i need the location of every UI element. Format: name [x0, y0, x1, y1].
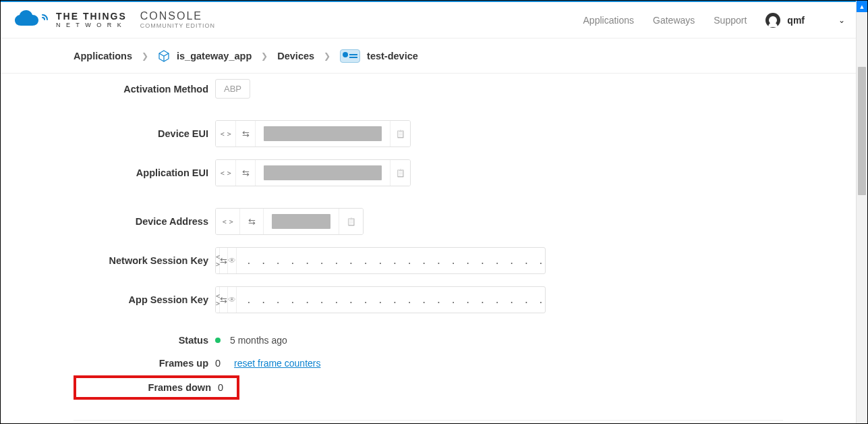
reset-frame-counters-link[interactable]: reset frame counters — [234, 358, 320, 369]
status-label: Status — [74, 335, 215, 346]
brand-line1: THE THINGS — [56, 11, 127, 21]
divider — [74, 420, 783, 421]
console-text: CONSOLE COMMUNITY EDITION — [140, 11, 215, 29]
logo-cloud-icon — [11, 9, 49, 31]
device-form: Activation Method ABP Device EUI — [74, 74, 783, 421]
top-nav: THE THINGS N E T W O R K CONSOLE COMMUNI… — [1, 1, 856, 38]
copy-icon[interactable] — [339, 209, 363, 234]
app-session-key-label: App Session Key — [74, 294, 215, 305]
activation-method-value: ABP — [215, 79, 250, 99]
scrollbar-thumb[interactable] — [858, 67, 866, 195]
copy-icon[interactable] — [390, 121, 410, 147]
frames-up-label: Frames up — [74, 358, 215, 369]
device-address-box — [215, 208, 364, 235]
app-icon — [158, 50, 170, 62]
frames-down-value: 0 — [218, 382, 223, 393]
application-eui-value — [264, 165, 382, 180]
device-address-label: Device Address — [74, 216, 215, 227]
crumb-devices[interactable]: Devices — [277, 51, 314, 61]
device-eui-label: Device EUI — [74, 128, 215, 139]
frames-down-label: Frames down — [82, 382, 218, 393]
console-line1: CONSOLE — [140, 11, 215, 22]
username: qmf — [787, 15, 805, 26]
nav-applications[interactable]: Applications — [583, 15, 635, 26]
chevron-right-icon: ❯ — [261, 51, 268, 61]
app-session-key-value: . . . . . . . . . . . . . . . . . . . . … — [237, 295, 546, 305]
scroll-up-icon[interactable]: ▲ — [857, 1, 867, 12]
byte-swap-icon[interactable] — [220, 287, 228, 313]
scrollbar[interactable]: ▲ — [856, 1, 867, 423]
device-icon — [340, 49, 360, 63]
nwk-session-key-label: Network Session Key — [74, 255, 215, 266]
nav-support[interactable]: Support — [714, 15, 747, 26]
reveal-icon[interactable] — [228, 287, 237, 313]
device-address-value — [272, 214, 330, 229]
brand-line2: N E T W O R K — [56, 22, 127, 28]
nwk-session-key-value: . . . . . . . . . . . . . . . . . . . . … — [237, 256, 546, 266]
byte-swap-icon[interactable] — [236, 160, 256, 186]
breadcrumb: Applications ❯ is_gateway_app ❯ Devices … — [1, 38, 856, 74]
nav-gateways[interactable]: Gateways — [653, 15, 695, 26]
device-eui-value — [264, 126, 382, 141]
crumb-app-name[interactable]: is_gateway_app — [177, 51, 252, 61]
byte-swap-icon[interactable] — [220, 248, 228, 273]
byte-swap-icon[interactable] — [236, 121, 256, 147]
frames-up-value: 0 — [215, 358, 221, 369]
activation-method-label: Activation Method — [74, 84, 215, 95]
status-value: 5 months ago — [230, 335, 287, 346]
brand-text: THE THINGS N E T W O R K — [56, 11, 127, 28]
chevron-down-icon: ⌄ — [838, 16, 845, 25]
reveal-icon[interactable] — [228, 248, 237, 273]
nwk-session-key-box: . . . . . . . . . . . . . . . . . . . . … — [215, 247, 546, 274]
chevron-right-icon: ❯ — [142, 51, 148, 61]
console-line2: COMMUNITY EDITION — [140, 23, 215, 29]
chevron-right-icon: ❯ — [324, 51, 330, 61]
byte-swap-icon[interactable] — [240, 209, 264, 234]
avatar-icon — [765, 13, 780, 28]
status-dot-icon — [215, 338, 221, 343]
toggle-hex-icon[interactable] — [216, 209, 240, 234]
app-session-key-box: . . . . . . . . . . . . . . . . . . . . … — [215, 286, 546, 313]
device-eui-box — [215, 120, 411, 147]
toggle-hex-icon[interactable] — [216, 160, 236, 186]
application-eui-label: Application EUI — [74, 167, 215, 178]
toggle-hex-icon[interactable] — [216, 121, 236, 147]
nav-user-menu[interactable]: qmf ⌄ — [765, 13, 845, 28]
application-eui-box — [215, 159, 411, 186]
copy-icon[interactable] — [390, 160, 410, 186]
frames-down-highlight: Frames down 0 — [74, 375, 239, 400]
crumb-applications[interactable]: Applications — [74, 51, 132, 61]
crumb-device-name[interactable]: test-device — [367, 51, 418, 61]
